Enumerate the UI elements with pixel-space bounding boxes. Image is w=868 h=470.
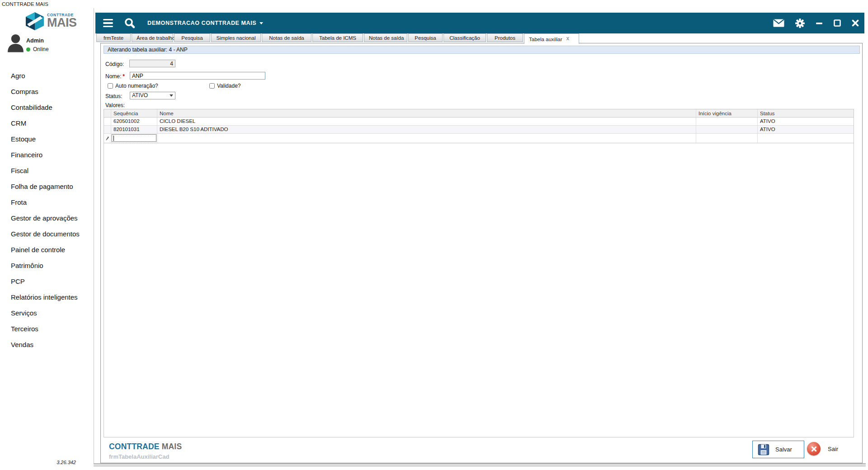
user-name: Admin xyxy=(26,38,44,44)
cell-nome[interactable]: DIESEL B20 S10 ADITIVADO xyxy=(157,126,696,133)
grid-header-inicio-vigencia[interactable]: Início vigência xyxy=(696,109,758,117)
maximize-icon[interactable] xyxy=(834,19,841,27)
sidebar-item-painel-de-controle[interactable]: Painel de controle xyxy=(0,242,94,258)
cell-status[interactable]: ATIVO xyxy=(758,118,854,125)
footer-brand-mais: MAIS xyxy=(162,442,182,451)
tab-tabela-de-icms[interactable]: Tabela de ICMS xyxy=(312,33,363,42)
status-label: Status: xyxy=(105,93,122,99)
settings-gear-icon[interactable] xyxy=(795,19,805,28)
codigo-input xyxy=(129,60,175,67)
app-logo-text: CONTTRADE MAIS xyxy=(47,13,77,28)
sidebar-menu: Agro Compras Contabilidade CRM Estoque F… xyxy=(0,68,94,352)
checkbox-row: Auto numeração? Validade? xyxy=(101,83,862,89)
nome-input[interactable] xyxy=(130,72,265,80)
tab-classificacao[interactable]: Classificação xyxy=(443,33,486,42)
tab-area-de-trabalho[interactable]: Área de trabalho xyxy=(132,33,173,42)
minimize-icon[interactable] xyxy=(816,19,823,27)
company-selector[interactable]: DEMONSTRACAO CONTTRADE MAIS xyxy=(147,20,263,26)
tab-close-icon[interactable]: x xyxy=(566,35,570,42)
logo-mais-label: MAIS xyxy=(47,17,77,28)
valores-label: Valores: xyxy=(105,102,125,108)
tab-notas-de-saida-2[interactable]: Notas de saída xyxy=(364,33,407,42)
chevron-down-icon xyxy=(259,22,263,24)
cell-nome[interactable] xyxy=(157,134,696,143)
sidebar-item-pcp[interactable]: PCP xyxy=(0,273,94,289)
cell-inicio-vigencia[interactable] xyxy=(696,134,758,143)
tab-frmteste[interactable]: frmTeste xyxy=(96,33,131,42)
topbar: DEMONSTRACAO CONTTRADE MAIS xyxy=(95,13,864,33)
cell-sequencia[interactable]: 620501002 xyxy=(111,118,157,125)
sidebar-item-patrimonio[interactable]: Patrimônio xyxy=(0,258,94,273)
sidebar-item-crm[interactable]: CRM xyxy=(0,115,94,131)
sequencia-editor[interactable] xyxy=(112,134,156,142)
cell-nome[interactable]: CICLO DIESEL xyxy=(157,118,696,125)
sidebar-item-relatorios-inteligentes[interactable]: Relatórios inteligentes xyxy=(0,289,94,305)
tab-tabela-auxiliar[interactable]: Tabela auxiliar x xyxy=(524,33,579,44)
grid-header-sequencia[interactable]: Sequência xyxy=(111,109,157,117)
tab-produtos[interactable]: Produtos xyxy=(487,33,523,42)
avatar xyxy=(7,33,24,52)
validade-checkbox-label: Validade? xyxy=(209,83,241,89)
table-row[interactable]: 620501002 CICLO DIESEL ATIVO xyxy=(104,118,854,126)
auto-numeracao-checkbox[interactable] xyxy=(108,83,113,89)
exit-x-icon xyxy=(807,442,821,456)
tab-pesquisa-2[interactable]: Pesquisa xyxy=(408,33,443,42)
sidebar-item-frota[interactable]: Frota xyxy=(0,194,94,210)
exit-button-label: Sair xyxy=(828,446,838,452)
cell-inicio-vigencia[interactable] xyxy=(696,126,758,133)
sidebar-item-terceiros[interactable]: Terceiros xyxy=(0,321,94,337)
grid-header-status[interactable]: Status xyxy=(758,109,854,117)
footer-brand-conttrade: CONTTRADE xyxy=(109,442,160,451)
tab-simples-nacional[interactable]: Simples nacional xyxy=(211,33,261,42)
search-icon[interactable] xyxy=(124,17,136,29)
cell-inicio-vigencia[interactable] xyxy=(696,118,758,125)
sidebar-item-vendas[interactable]: Vendas xyxy=(0,337,94,352)
online-dot-icon xyxy=(26,47,30,52)
form-header: Alterando tabela auxiliar: 4 - ANP xyxy=(104,46,860,54)
table-row[interactable]: 820101031 DIESEL B20 S10 ADITIVADO ATIVO xyxy=(104,126,854,134)
row-indicator xyxy=(104,118,111,125)
grid-header-row: Sequência Nome Início vigência Status xyxy=(104,109,854,118)
menu-icon[interactable] xyxy=(103,19,113,28)
content-panel: Alterando tabela auxiliar: 4 - ANP Códig… xyxy=(100,43,863,463)
cell-status[interactable] xyxy=(758,134,854,143)
save-floppy-icon xyxy=(758,444,769,456)
codigo-label: Código: xyxy=(105,61,124,67)
grid-header-indicator xyxy=(104,109,111,117)
auto-numeracao-checkbox-label: Auto numeração? xyxy=(108,83,158,89)
edit-pencil-icon xyxy=(104,134,111,143)
cell-sequencia-editor-wrap xyxy=(111,134,157,143)
sidebar-divider xyxy=(94,8,94,463)
exit-button[interactable]: Sair xyxy=(807,442,838,456)
cell-sequencia[interactable]: 820101031 xyxy=(111,126,157,133)
valores-grid: Sequência Nome Início vigência Status 62… xyxy=(104,109,854,437)
sidebar-item-contabilidade[interactable]: Contabilidade xyxy=(0,99,94,115)
sidebar-item-gestor-de-aprovacoes[interactable]: Gestor de aprovações xyxy=(0,210,94,226)
sidebar-item-agro[interactable]: Agro xyxy=(0,68,94,84)
form-internal-name: frmTabelaAuxiliarCad xyxy=(109,453,169,460)
sidebar-item-gestor-de-documentos[interactable]: Gestor de documentos xyxy=(0,226,94,242)
grid-new-row[interactable] xyxy=(104,134,854,143)
topbar-actions xyxy=(773,19,859,28)
user-status: Online xyxy=(26,46,49,52)
tab-pesquisa-1[interactable]: Pesquisa xyxy=(174,33,210,42)
app-version: 3.26.342 xyxy=(45,460,76,465)
tab-notas-de-saida-1[interactable]: Notas de saída xyxy=(262,33,311,42)
sidebar-item-compras[interactable]: Compras xyxy=(0,84,94,99)
sidebar-item-estoque[interactable]: Estoque xyxy=(0,131,94,147)
sidebar-item-fiscal[interactable]: Fiscal xyxy=(0,163,94,179)
sidebar-item-financeiro[interactable]: Financeiro xyxy=(0,147,94,163)
status-select[interactable]: ATIVO xyxy=(130,92,175,99)
sidebar-item-folha-de-pagamento[interactable]: Folha de pagamento xyxy=(0,179,94,194)
mail-icon[interactable] xyxy=(773,19,784,27)
grid-header-nome[interactable]: Nome xyxy=(157,109,696,117)
nome-label: Nome:* xyxy=(105,73,125,80)
window-title: CONTTRADE MAIS xyxy=(2,1,48,7)
save-button-label: Salvar xyxy=(775,446,792,453)
cell-status[interactable]: ATIVO xyxy=(758,126,854,133)
validade-checkbox[interactable] xyxy=(209,83,215,89)
required-asterisk: * xyxy=(123,73,125,80)
sidebar-item-servicos[interactable]: Serviços xyxy=(0,305,94,321)
save-button[interactable]: Salvar xyxy=(752,441,804,458)
close-icon[interactable] xyxy=(852,19,859,27)
